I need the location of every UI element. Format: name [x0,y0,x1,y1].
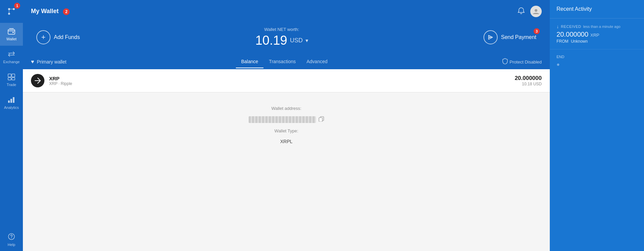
send-payment-button[interactable]: Send Payment 3 [484,30,536,44]
activity-type-label: RECEIVED [561,25,581,29]
activity-from-value: Unknown [571,39,588,44]
svg-point-14 [8,234,14,240]
wallet-address-label: Wallet address: [271,106,301,111]
net-worth-display: Wallet NET worth: 10.19 USD ▾ [255,27,308,48]
copy-icon[interactable] [319,116,324,123]
tab-transactions[interactable]: Transactions [263,55,301,68]
svg-point-16 [535,9,537,12]
sidebar-item-label-exchange: Exchange [3,60,20,64]
net-worth-amount: 10.19 [255,33,287,48]
wallet-type-value: XRPL [280,139,293,144]
header-title-text: My Wallet [31,8,59,14]
coin-row[interactable]: XRP XRP · Ripple 20.000000 10.18 USD [23,69,550,92]
sidebar-item-wallet[interactable]: Wallet [0,23,23,46]
sidebar-item-label-analytics: Analytics [4,106,19,110]
add-funds-label: Add Funds [54,34,80,40]
wallet-type-label: Wallet Type: [275,128,298,133]
wallet-tabs: Balance Transactions Advanced [236,55,333,68]
balance-content: XRP XRP · Ripple 20.000000 10.18 USD Wal… [23,69,550,251]
avatar[interactable] [530,6,542,17]
sidebar-item-label-trade: Trade [7,83,16,87]
net-worth-label: Wallet NET worth: [255,27,308,32]
net-worth-currency: USD [290,37,303,44]
svg-rect-8 [12,74,15,77]
tab-advanced[interactable]: Advanced [301,55,333,68]
activity-from: FROM Unknown [557,39,637,44]
coin-info: XRP XRP · Ripple [49,76,515,86]
sidebar-item-help[interactable]: Help [0,228,23,251]
header-title: My Wallet 2 [31,8,517,15]
analytics-icon [8,96,15,104]
activity-type-row: ↓ RECEIVED less than a minute ago [557,24,637,29]
activity-item2-type: END [557,55,637,59]
sidebar-item-label-wallet: Wallet [6,37,16,41]
svg-rect-9 [8,78,11,80]
activity-amount: 20.000000 [557,31,588,38]
tab-balance[interactable]: Balance [236,55,264,68]
svg-rect-6 [12,32,14,33]
wallet-body: ♥ Primary wallet Balance Transactions Ad… [23,54,550,251]
sidebar-badge: 1 [14,3,20,9]
coin-icon [31,74,44,87]
wallet-address-blurred [249,116,316,123]
svg-rect-5 [8,30,15,34]
heart-icon: ♥ [31,59,34,65]
wallet-tabs-bar: ♥ Primary wallet Balance Transactions Ad… [23,54,550,69]
svg-rect-10 [12,78,15,80]
sidebar-item-analytics[interactable]: Analytics [0,91,23,114]
send-payment-icon [484,30,498,44]
sidebar: 1 Wallet Exchange [0,0,23,251]
header: My Wallet 2 [23,0,550,23]
sidebar-item-trade[interactable]: Trade [0,69,23,91]
header-badge: 2 [63,8,70,15]
net-worth-value: 10.19 USD ▾ [255,33,308,48]
currency-dropdown-icon[interactable]: ▾ [306,37,308,44]
add-funds-button[interactable]: + Add Funds [36,30,80,44]
svg-rect-13 [13,97,14,103]
wallet-address-row [249,116,324,123]
svg-rect-11 [8,100,10,103]
send-payment-badge: 3 [534,28,540,34]
recent-activity-panel: Recent Activity ↓ RECEIVED less than a m… [550,0,644,251]
activity-amount-unit: XRP [591,33,600,38]
exchange-icon [8,51,15,58]
activity-item2-dot: ● [557,61,637,68]
help-icon [8,233,15,241]
activity-item-1: END ● [550,49,644,73]
recent-activity-header: Recent Activity [550,0,644,18]
sidebar-item-exchange[interactable]: Exchange [0,46,23,69]
shield-icon [502,58,508,66]
bell-icon[interactable] [517,7,525,16]
svg-rect-21 [319,118,322,122]
coin-amount: 20.000000 10.18 USD [515,75,542,86]
coin-name: XRP [49,76,515,81]
coin-amount-main: 20.000000 [515,75,542,82]
activity-memo: less than a minute ago [583,25,620,29]
activity-item-0: ↓ RECEIVED less than a minute ago 20.000… [550,18,644,49]
svg-point-15 [11,238,12,239]
send-payment-label: Send Payment [501,34,536,40]
wallet-icon [8,28,15,36]
sidebar-item-label-help: Help [8,243,15,247]
svg-line-18 [38,78,40,81]
wallet-hero: + Add Funds Wallet NET worth: 10.19 USD … [23,23,550,54]
trade-icon [8,74,15,81]
add-funds-circle-icon: + [36,30,50,44]
sidebar-logo[interactable]: 1 [0,0,23,23]
coin-subtitle: XRP · Ripple [49,81,515,86]
svg-rect-7 [8,74,11,77]
svg-line-19 [38,81,40,83]
coin-amount-usd: 10.18 USD [515,82,542,86]
wallet-details: Wallet address: Wallet Type: XRPL [23,92,550,251]
protect-label: Protect Disabled [510,59,542,65]
svg-rect-12 [10,99,12,103]
protect-button[interactable]: Protect Disabled [502,58,542,66]
primary-wallet-label: ♥ Primary wallet [31,59,66,65]
header-actions [517,6,542,17]
activity-arrow-icon: ↓ [557,24,559,29]
main-content: My Wallet 2 + Add Funds Wal [23,0,550,251]
